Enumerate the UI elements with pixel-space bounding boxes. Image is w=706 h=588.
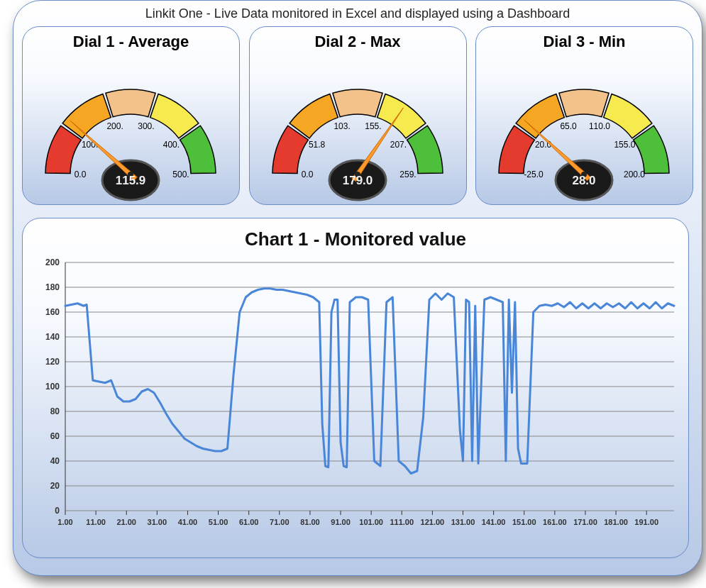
svg-text:120: 120 bbox=[45, 357, 60, 367]
gauge-max-dial: 0.051.8103.155.207.259.179.0 bbox=[250, 61, 466, 203]
svg-text:140: 140 bbox=[45, 332, 60, 342]
svg-text:60: 60 bbox=[50, 431, 60, 441]
svg-text:111.00: 111.00 bbox=[390, 518, 414, 526]
svg-text:151.00: 151.00 bbox=[512, 518, 536, 526]
svg-text:51.00: 51.00 bbox=[209, 518, 228, 526]
svg-text:191.00: 191.00 bbox=[634, 518, 658, 526]
svg-text:400.: 400. bbox=[163, 140, 180, 150]
screenshot-stage: Linkit One - Live Data monitored in Exce… bbox=[0, 0, 706, 588]
svg-text:300.: 300. bbox=[138, 121, 154, 131]
svg-text:101.00: 101.00 bbox=[359, 518, 383, 526]
svg-text:180: 180 bbox=[45, 282, 60, 292]
svg-text:103.: 103. bbox=[333, 121, 350, 131]
svg-text:1.00: 1.00 bbox=[57, 518, 72, 526]
dashboard-title: Linkit One - Live Data monitored in Exce… bbox=[13, 1, 702, 26]
svg-text:41.00: 41.00 bbox=[178, 518, 198, 526]
svg-text:31.00: 31.00 bbox=[148, 518, 167, 526]
svg-text:141.00: 141.00 bbox=[482, 518, 506, 526]
svg-text:181.00: 181.00 bbox=[604, 518, 628, 526]
svg-text:179.0: 179.0 bbox=[342, 174, 373, 187]
gauge-title: Dial 1 - Average bbox=[23, 27, 239, 51]
svg-text:81.00: 81.00 bbox=[300, 518, 320, 526]
dashboard-panel: Linkit One - Live Data monitored in Exce… bbox=[13, 0, 702, 576]
svg-text:161.00: 161.00 bbox=[543, 518, 567, 526]
monitored-value-line-chart: 0204060801001201401601802001.0011.0021.0… bbox=[23, 255, 688, 553]
svg-text:200.0: 200.0 bbox=[624, 170, 645, 179]
svg-text:115.9: 115.9 bbox=[116, 174, 146, 187]
svg-text:155.: 155. bbox=[365, 121, 381, 131]
svg-text:80: 80 bbox=[50, 406, 60, 416]
gauge-card-max: Dial 2 - Max 0.051.8103.155.207.259.179.… bbox=[249, 26, 467, 205]
svg-text:65.0: 65.0 bbox=[560, 121, 577, 131]
svg-text:207.: 207. bbox=[390, 140, 406, 150]
svg-text:20: 20 bbox=[50, 481, 60, 491]
svg-text:121.00: 121.00 bbox=[421, 518, 445, 526]
chart-title: Chart 1 - Monitored value bbox=[23, 218, 688, 250]
svg-text:110.0: 110.0 bbox=[589, 121, 610, 131]
svg-text:71.00: 71.00 bbox=[270, 518, 289, 526]
svg-text:200: 200 bbox=[45, 257, 60, 267]
svg-text:131.00: 131.00 bbox=[451, 518, 475, 526]
svg-text:40: 40 bbox=[50, 456, 60, 466]
gauge-row: Dial 1 - Average 0.0100.200.300.400.500.… bbox=[13, 26, 702, 205]
gauge-card-min: Dial 3 - Min -25.020.065.0110.0155.0200.… bbox=[475, 26, 693, 205]
svg-text:21.00: 21.00 bbox=[116, 518, 136, 526]
chart-card: Chart 1 - Monitored value 02040608010012… bbox=[22, 218, 689, 558]
svg-text:171.00: 171.00 bbox=[573, 518, 597, 526]
svg-text:500.: 500. bbox=[172, 170, 189, 179]
svg-text:-25.0: -25.0 bbox=[524, 170, 544, 179]
svg-text:0.0: 0.0 bbox=[75, 170, 87, 179]
svg-text:0: 0 bbox=[55, 506, 60, 516]
svg-text:28.0: 28.0 bbox=[572, 174, 595, 187]
gauge-title: Dial 2 - Max bbox=[250, 27, 466, 51]
svg-text:160: 160 bbox=[45, 307, 60, 317]
gauge-title: Dial 3 - Min bbox=[476, 27, 693, 51]
gauge-average-dial: 0.0100.200.300.400.500.115.9 bbox=[23, 61, 239, 203]
svg-text:259.: 259. bbox=[399, 170, 416, 179]
gauge-card-average: Dial 1 - Average 0.0100.200.300.400.500.… bbox=[22, 26, 240, 205]
svg-text:0.0: 0.0 bbox=[301, 170, 313, 179]
svg-text:100: 100 bbox=[45, 382, 60, 392]
svg-text:200.: 200. bbox=[106, 121, 123, 131]
svg-text:91.00: 91.00 bbox=[331, 518, 351, 526]
gauge-min-dial: -25.020.065.0110.0155.0200.028.0 bbox=[476, 61, 693, 203]
svg-text:11.00: 11.00 bbox=[86, 518, 106, 526]
svg-text:51.8: 51.8 bbox=[308, 140, 325, 150]
svg-text:155.0: 155.0 bbox=[614, 140, 635, 150]
svg-text:61.00: 61.00 bbox=[239, 518, 259, 526]
